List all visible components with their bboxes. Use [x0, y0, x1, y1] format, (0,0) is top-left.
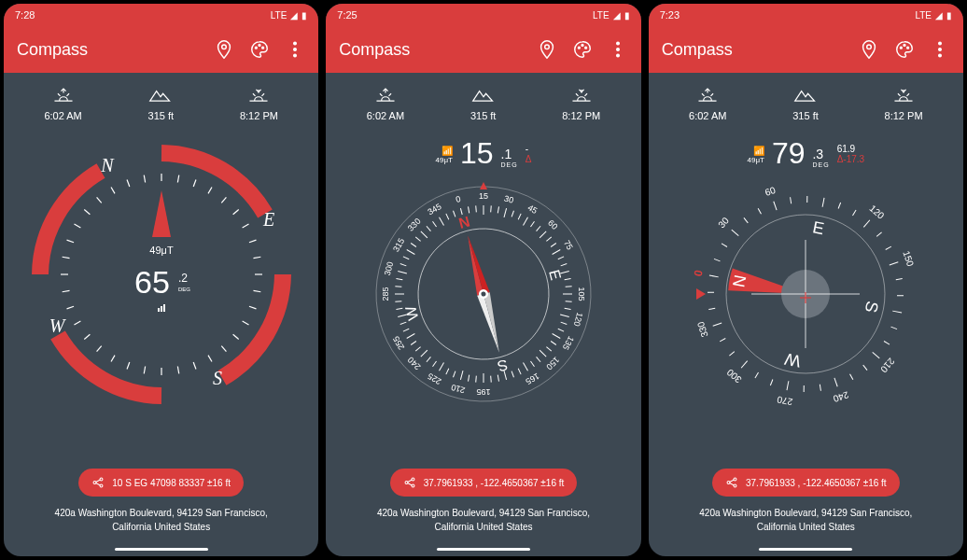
svg-rect-54	[163, 304, 165, 312]
svg-text:30: 30	[717, 215, 732, 230]
svg-line-221	[730, 352, 735, 356]
status-bar: 7:25 LTE◢▮	[326, 4, 640, 26]
compass-area[interactable]: E S W N 49μT 65 .2 DEG	[4, 131, 318, 469]
location-icon[interactable]	[214, 39, 234, 60]
svg-line-39	[96, 197, 101, 203]
nav-handle[interactable]	[115, 548, 208, 551]
svg-line-27	[127, 362, 130, 370]
svg-line-12	[232, 210, 238, 215]
nav-handle[interactable]	[759, 548, 852, 551]
svg-text:65: 65	[134, 264, 170, 300]
coordinates-pill[interactable]: 37.7961933 , -122.4650367 ±16 ft	[712, 469, 900, 497]
signal-icon: ◢	[290, 10, 298, 21]
palette-icon[interactable]	[894, 39, 915, 60]
status-bar: 7:23 LTE◢▮	[649, 4, 963, 26]
svg-point-63	[616, 49, 619, 51]
svg-line-209	[891, 327, 898, 329]
svg-line-136	[421, 350, 427, 357]
svg-point-1	[256, 47, 258, 49]
overflow-icon[interactable]	[285, 39, 305, 60]
palette-icon[interactable]	[572, 39, 593, 60]
overflow-icon[interactable]	[930, 39, 950, 60]
nav-handle[interactable]	[437, 548, 530, 551]
svg-text:150: 150	[902, 249, 917, 268]
svg-line-144	[395, 301, 401, 302]
svg-line-151	[407, 250, 415, 255]
svg-line-112	[560, 315, 569, 317]
svg-point-2	[259, 45, 260, 47]
svg-line-98	[530, 221, 534, 227]
svg-line-28	[111, 356, 115, 362]
svg-line-113	[561, 322, 568, 324]
svg-point-176	[904, 45, 905, 47]
signal-icon: ◢	[613, 10, 621, 21]
svg-line-117	[546, 347, 551, 351]
svg-line-32	[66, 306, 74, 309]
overflow-icon[interactable]	[608, 39, 628, 60]
svg-line-215	[820, 385, 821, 391]
svg-line-101	[546, 237, 551, 241]
svg-point-4	[294, 42, 297, 45]
svg-line-13	[242, 224, 248, 228]
svg-line-135	[427, 357, 430, 361]
svg-text:S: S	[496, 357, 510, 374]
svg-marker-237	[696, 288, 706, 300]
compass-area[interactable]: 📶49μT 15 .1DEG -Δ 0153045607510512013515…	[326, 131, 640, 469]
svg-line-129	[468, 375, 469, 382]
svg-rect-52	[158, 308, 160, 312]
sunset-info: 8:12 PM	[562, 86, 600, 121]
compass-area[interactable]: 📶49μT 79 .3DEG 61.9Δ-17.3 30601201502102…	[649, 131, 963, 469]
svg-text:300: 300	[725, 367, 744, 385]
svg-line-153	[415, 237, 420, 241]
svg-text:E: E	[262, 209, 274, 230]
battery-icon: ▮	[624, 10, 630, 21]
svg-rect-53	[161, 306, 162, 312]
svg-text:DEG: DEG	[178, 287, 190, 292]
status-time: 7:25	[337, 9, 357, 21]
svg-point-177	[907, 47, 909, 49]
svg-text:N: N	[457, 214, 472, 231]
svg-line-156	[432, 221, 436, 227]
svg-point-64	[616, 54, 619, 57]
svg-line-26	[144, 366, 145, 373]
svg-point-5	[294, 49, 297, 51]
svg-line-115	[553, 334, 561, 339]
svg-text:270: 270	[776, 394, 793, 407]
svg-point-179	[939, 49, 942, 51]
palette-icon[interactable]	[249, 39, 270, 60]
svg-line-122	[518, 369, 521, 374]
svg-text:W: W	[783, 349, 803, 371]
svg-line-159	[453, 211, 455, 217]
status-indicators: LTE ◢ ▮	[271, 10, 308, 21]
svg-line-99	[537, 226, 540, 231]
signal-icon: ◢	[935, 10, 943, 21]
svg-line-93	[498, 206, 498, 213]
svg-line-8	[177, 175, 178, 183]
svg-point-180	[939, 54, 942, 57]
svg-text:225: 225	[426, 371, 442, 386]
svg-text:.2: .2	[178, 272, 188, 285]
svg-line-147	[396, 279, 402, 280]
svg-text:S: S	[862, 300, 882, 315]
coordinates-pill[interactable]: 10 S EG 47098 83337 ±16 ft	[78, 469, 244, 497]
location-icon[interactable]	[537, 39, 557, 60]
status-indicators: LTE◢▮	[593, 10, 630, 21]
app-bar: Compass	[4, 26, 318, 73]
svg-line-200	[838, 203, 841, 209]
coordinates-pill[interactable]: 37.7961933 , -122.4650367 ±16 ft	[390, 469, 578, 497]
location-icon[interactable]	[859, 39, 879, 60]
svg-line-121	[523, 363, 527, 371]
svg-point-58	[544, 45, 549, 49]
svg-text:165: 165	[524, 371, 540, 386]
svg-text:75: 75	[562, 239, 575, 252]
compass-dial-style-1: E S W N 49μT 65 .2 DEG	[21, 134, 301, 414]
info-row: 6:02 AM 315 ft 8:12 PM	[649, 73, 963, 131]
svg-line-102	[551, 244, 556, 247]
svg-line-92	[491, 205, 492, 212]
svg-text:120: 120	[572, 312, 585, 328]
svg-line-220	[741, 361, 748, 369]
svg-line-114	[558, 329, 564, 331]
svg-line-128	[476, 376, 477, 383]
app-title: Compass	[17, 40, 214, 60]
svg-line-11	[221, 197, 226, 203]
